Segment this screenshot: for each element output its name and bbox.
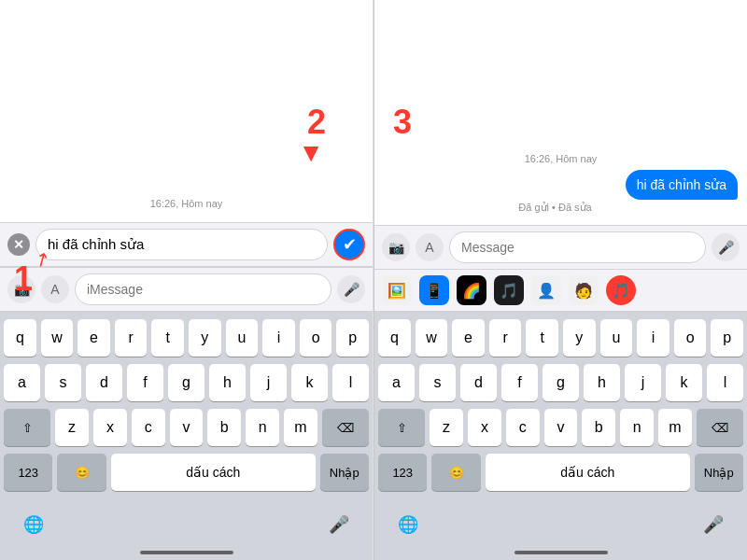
key-u[interactable]: u [226,319,259,357]
right-key-u[interactable]: u [600,319,633,357]
microphone-icon[interactable]: 🎤 [337,275,365,303]
right-camera-icon[interactable]: 📷 [382,233,410,261]
right-key-h[interactable]: h [584,364,620,401]
right-globe-icon[interactable]: 🌐 [389,508,427,541]
key-emoji[interactable]: 😊 [57,454,106,491]
right-key-emoji[interactable]: 😊 [431,454,480,491]
key-enter[interactable]: Nhập [320,454,369,491]
right-mic-icon[interactable]: 🎤 [695,508,732,541]
edit-input[interactable] [35,229,328,260]
key-a[interactable]: a [4,364,40,401]
key-j[interactable]: j [250,364,287,401]
right-key-i[interactable]: i [637,319,669,357]
left-home-bar [140,551,233,554]
key-r[interactable]: r [115,319,148,357]
key-t[interactable]: t [151,319,184,357]
right-key-p[interactable]: p [711,319,743,357]
right-message-input[interactable] [449,231,706,263]
right-key-s[interactable]: s [419,364,456,401]
right-key-c[interactable]: c [506,409,540,446]
right-key-shift[interactable]: ⇧ [378,409,425,446]
right-key-m[interactable]: m [658,409,692,446]
key-p[interactable]: p [336,319,369,357]
right-message-area: 16:26, Hôm nay hi đã chỉnh sửa Đã gửi • … [374,0,747,225]
app-avatar2[interactable]: 🧑 [569,275,599,305]
app-avatar1[interactable]: 👤 [531,275,561,305]
right-key-e[interactable]: e [452,319,485,357]
right-key-b[interactable]: b [582,409,615,446]
key-s[interactable]: s [45,364,81,401]
key-backspace[interactable]: ⌫ [322,409,369,446]
right-key-o[interactable]: o [674,319,707,357]
key-x[interactable]: x [93,409,127,446]
right-key-g[interactable]: g [543,364,579,401]
left-key-row-1: q w e r t y u i o p [4,319,369,357]
key-z[interactable]: z [55,409,89,446]
right-key-x[interactable]: x [468,409,501,446]
key-space[interactable]: dấu cách [111,454,316,491]
key-b[interactable]: b [207,409,241,446]
right-key-y[interactable]: y [563,319,596,357]
key-w[interactable]: w [41,319,74,357]
right-key-v[interactable]: v [544,409,578,446]
right-key-enter[interactable]: Nhập [695,454,743,491]
left-globe-icon[interactable]: 🌐 [15,508,52,541]
left-message-input[interactable] [75,273,331,305]
cancel-edit-button[interactable]: ✕ [7,233,30,256]
key-g[interactable]: g [168,364,204,401]
key-e[interactable]: e [78,319,110,357]
key-m[interactable]: m [284,409,317,446]
app-shazam[interactable]: 🎵 [494,275,524,305]
app-music[interactable]: 🌈 [457,275,486,305]
right-key-n[interactable]: n [620,409,654,446]
right-key-123[interactable]: 123 [378,454,427,491]
key-v[interactable]: v [170,409,204,446]
key-k[interactable]: k [291,364,328,401]
confirm-edit-button[interactable]: ✔ [333,229,365,260]
key-o[interactable]: o [300,319,332,357]
right-key-f[interactable]: f [501,364,538,401]
left-panel: ▼ 2 ↗ 1 16:26, Hôm nay ✕ ✔ 📷 A 🎤 q w e [0,0,374,560]
key-y[interactable]: y [189,319,221,357]
left-key-row-2: a s d f g h j k l [4,364,369,401]
app-store[interactable]: 📱 [419,275,449,305]
right-microphone-icon[interactable]: 🎤 [712,233,740,261]
left-bottom-bar: 🌐 🎤 [0,502,373,551]
appstore-icon[interactable]: A [41,275,69,303]
right-key-w[interactable]: w [416,319,448,357]
left-mic-icon[interactable]: 🎤 [320,508,358,541]
right-key-r[interactable]: r [489,319,522,357]
key-f[interactable]: f [127,364,163,401]
key-l[interactable]: l [332,364,369,401]
key-n[interactable]: n [246,409,279,446]
right-key-t[interactable]: t [526,319,558,357]
bubble-status: Đã gửi • Đã sửa [518,202,602,214]
right-key-row-3: ⇧ z x c v b n m ⌫ [378,409,743,446]
key-q[interactable]: q [4,319,36,357]
right-key-space[interactable]: dấu cách [486,454,690,491]
right-keyboard: q w e r t y u i o p a s d f g h j k l [374,312,747,502]
key-h[interactable]: h [209,364,246,401]
right-key-row-2: a s d f g h j k l [378,364,743,401]
right-appstore-icon[interactable]: A [416,233,444,261]
step1-label: 1 [14,259,33,299]
right-key-k[interactable]: k [666,364,702,401]
app-photos[interactable]: 🖼️ [382,275,412,305]
app-music2[interactable]: 🎵 [606,275,636,305]
right-key-q[interactable]: q [378,319,411,357]
right-key-z[interactable]: z [430,409,463,446]
left-timestamp: 16:26, Hôm nay [150,198,223,209]
key-shift[interactable]: ⇧ [4,409,50,446]
key-d[interactable]: d [86,364,122,401]
right-key-d[interactable]: d [460,364,497,401]
right-home-bar-wrapper [374,551,747,560]
key-123[interactable]: 123 [4,454,52,491]
right-key-j[interactable]: j [625,364,661,401]
right-key-backspace[interactable]: ⌫ [697,409,743,446]
right-key-a[interactable]: a [378,364,415,401]
right-input-bar: 📷 A 🎤 [374,225,747,270]
right-key-l[interactable]: l [707,364,743,401]
key-c[interactable]: c [132,409,165,446]
key-i[interactable]: i [262,319,295,357]
left-input-bar: 📷 A 🎤 [0,267,373,312]
